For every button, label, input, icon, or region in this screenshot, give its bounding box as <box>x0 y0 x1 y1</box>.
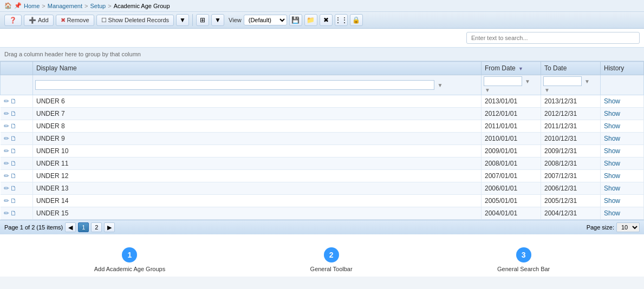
cell-from-date: 2013/01/01 <box>482 95 541 108</box>
filter-row: ▼ ▼ ▼ ▼ ▼ <box>1 75 644 95</box>
lock-button[interactable]: 🔒 <box>350 14 363 26</box>
cell-display-name: UNDER 8 <box>33 120 482 133</box>
filter-to-date-icon[interactable]: ▼ <box>544 87 550 93</box>
cell-display-name: UNDER 12 <box>33 170 482 182</box>
delete-icon[interactable]: 🗋 <box>10 122 17 130</box>
edit-icon[interactable]: ✏ <box>4 172 9 180</box>
remove-button[interactable]: ✖ Remove <box>56 15 94 26</box>
filter-from-date-icon[interactable]: ▼ <box>485 87 490 93</box>
remove-label: Remove <box>67 17 89 23</box>
filter-from-date-input[interactable] <box>484 76 522 86</box>
annotation-label-2: General Toolbar <box>310 266 353 272</box>
page-size-select[interactable]: 10 <box>616 222 640 232</box>
cell-to-date: 2013/12/31 <box>541 95 601 108</box>
breadcrumb-setup[interactable]: Setup <box>90 3 106 9</box>
breadcrumb-home[interactable]: Home <box>24 3 40 9</box>
filter-display-name: ▼ <box>33 75 482 95</box>
delete-icon[interactable]: 🗋 <box>10 97 17 105</box>
cell-to-date: 2009/12/31 <box>541 145 601 157</box>
cell-from-date: 2004/01/01 <box>482 207 541 220</box>
grid-button[interactable]: ⊞ <box>196 14 209 26</box>
sep1: > <box>42 3 45 9</box>
cell-history: Show <box>601 182 644 195</box>
history-show-link[interactable]: Show <box>604 135 620 142</box>
filter-from-date: ▼ ▼ <box>482 75 541 95</box>
edit-icon[interactable]: ✏ <box>4 197 9 205</box>
cell-to-date: 2004/12/31 <box>541 207 601 220</box>
page-2-button[interactable]: 2 <box>91 222 102 232</box>
history-show-link[interactable]: Show <box>604 97 620 105</box>
cell-history: Show <box>601 157 644 170</box>
delete-icon[interactable]: 🗋 <box>10 160 17 167</box>
history-show-link[interactable]: Show <box>604 160 620 167</box>
filter-button[interactable]: ▼ <box>176 14 189 26</box>
history-show-link[interactable]: Show <box>604 122 620 130</box>
view-select[interactable]: (Default) <box>244 15 287 25</box>
save-button[interactable]: 💾 <box>289 14 302 26</box>
breadcrumb: 🏠 📌 Home > Management > Setup > Academic… <box>0 0 644 12</box>
filter-to-date-input[interactable] <box>543 76 582 86</box>
filter-to-date-dropdown[interactable]: ▼ <box>584 78 590 84</box>
delete-icon[interactable]: 🗋 <box>10 147 17 155</box>
page-size-label: Page size: <box>587 224 614 231</box>
filter-actions <box>1 75 33 95</box>
col-header-to-date[interactable]: To Date <box>541 62 601 75</box>
delete-icon[interactable]: 🗋 <box>10 197 17 205</box>
cell-from-date: 2007/01/01 <box>482 170 541 182</box>
edit-icon[interactable]: ✏ <box>4 147 9 155</box>
filter-display-name-input[interactable] <box>35 80 434 90</box>
row-actions: ✏ 🗋 <box>1 120 33 133</box>
group-row-text: Drag a column header here to group by th… <box>4 51 141 57</box>
remove-icon: ✖ <box>61 17 66 24</box>
history-show-link[interactable]: Show <box>604 197 620 205</box>
toolbar-separator-1 <box>192 14 193 26</box>
history-show-link[interactable]: Show <box>604 209 620 217</box>
delete-icon[interactable]: 🗋 <box>10 110 17 117</box>
edit-icon[interactable]: ✏ <box>4 135 9 142</box>
history-show-link[interactable]: Show <box>604 172 620 180</box>
table-row: ✏ 🗋 UNDER 11 2008/01/01 2008/12/31 Show <box>1 157 644 170</box>
col-header-from-date[interactable]: From Date ▼ <box>482 62 541 75</box>
columns-button[interactable]: ⋮⋮ <box>335 14 348 26</box>
page-1-button[interactable]: 1 <box>78 222 89 232</box>
col-header-display-name[interactable]: Display Name <box>33 62 482 75</box>
dropdown-arrow[interactable]: ▼ <box>211 14 224 26</box>
edit-icon[interactable]: ✏ <box>4 160 9 167</box>
delete-icon[interactable]: 🗋 <box>10 185 17 192</box>
add-button[interactable]: ➕ Add <box>24 15 54 26</box>
history-show-link[interactable]: Show <box>604 110 620 117</box>
row-actions: ✏ 🗋 <box>1 195 33 207</box>
edit-icon[interactable]: ✏ <box>4 185 9 192</box>
cell-history: Show <box>601 95 644 108</box>
cell-history: Show <box>601 108 644 120</box>
edit-icon[interactable]: ✏ <box>4 97 9 105</box>
annotation-label-1: Add Academic Age Groups <box>94 266 165 272</box>
table-row: ✏ 🗋 UNDER 8 2011/01/01 2011/12/31 Show <box>1 120 644 133</box>
filter-from-date-dropdown[interactable]: ▼ <box>525 78 530 84</box>
breadcrumb-management[interactable]: Management <box>48 3 82 9</box>
folder-button[interactable]: 📁 <box>304 14 317 26</box>
delete-icon[interactable]: 🗋 <box>10 135 17 142</box>
filter-display-name-icon[interactable]: ▼ <box>437 82 443 88</box>
table-row: ✏ 🗋 UNDER 12 2007/01/01 2007/12/31 Show <box>1 170 644 182</box>
history-show-link[interactable]: Show <box>604 185 620 192</box>
table-row: ✏ 🗋 UNDER 15 2004/01/01 2004/12/31 Show <box>1 207 644 220</box>
search-input[interactable] <box>466 32 640 44</box>
cell-from-date: 2011/01/01 <box>482 120 541 133</box>
close-button[interactable]: ✖ <box>320 14 333 26</box>
cell-from-date: 2010/01/01 <box>482 133 541 145</box>
sep3: > <box>108 3 111 9</box>
cell-to-date: 2010/12/31 <box>541 133 601 145</box>
prev-page-button[interactable]: ◀ <box>65 222 76 232</box>
edit-icon[interactable]: ✏ <box>4 122 9 130</box>
edit-icon[interactable]: ✏ <box>4 110 9 117</box>
annotation-area: 1 Add Academic Age Groups 2 General Tool… <box>0 234 644 277</box>
delete-icon[interactable]: 🗋 <box>10 172 17 180</box>
next-page-button[interactable]: ▶ <box>104 222 115 232</box>
history-show-link[interactable]: Show <box>604 147 620 155</box>
annotation-circle-3: 3 <box>516 247 531 262</box>
show-deleted-button[interactable]: ☐ Show Deleted Records <box>96 15 174 26</box>
edit-icon[interactable]: ✏ <box>4 209 9 217</box>
delete-icon[interactable]: 🗋 <box>10 209 17 217</box>
help-button[interactable]: ❓ <box>4 15 22 26</box>
